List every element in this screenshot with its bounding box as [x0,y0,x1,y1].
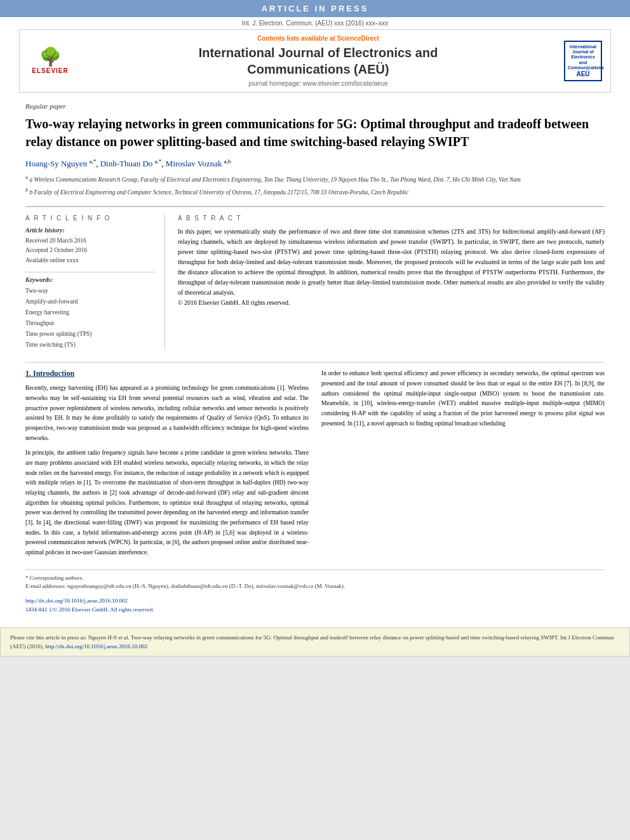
journal-homepage: journal homepage: www.elsevier.com/locat… [82,80,554,87]
article-title: Two-way relaying networks in green commu… [25,115,605,150]
citation-bar: Please cite this article in press as: Ng… [0,627,630,657]
author-do: Dinh-Thuan Do [100,159,153,168]
article-history-heading: Article history: [25,227,155,234]
doi-header-line: Int. J. Electron. Commun. (AEÜ) xxx (201… [0,17,630,29]
intro-paragraph-2: In principle, the ambient radio frequenc… [25,448,309,557]
keywords-list: Two-way Amplify-and-forward Energy harve… [25,286,155,351]
keyword-3: Energy harvesting [25,307,155,318]
body-section: 1. Introduction Recently, energy harvest… [25,362,605,563]
abstract-column: A B S T R A C T In this paper, we system… [178,215,605,350]
journal-center-info: Contents lists available at ScienceDirec… [82,35,554,87]
authors-line: Hoang-Sy Nguyen a,*, Dinh-Thuan Do a,*, … [25,158,605,169]
keyword-5: Time power splitting (TPS) [25,329,155,340]
keyword-2: Amplify-and-forward [25,297,155,307]
doi-link[interactable]: http://dx.doi.org/10.1016/j.aeue.2016.10… [25,596,605,605]
doi-bottom: http://dx.doi.org/10.1016/j.aeue.2016.10… [25,596,605,615]
citation-doi-link[interactable]: http://dx.doi.org/10.1016/j.aeue.2016.10… [45,643,147,650]
corresponding-footnote: * Corresponding authors. [25,574,605,583]
article-info-column: A R T I C L E I N F O Article history: R… [25,215,165,350]
article-history-dates: Received 20 March 2016 Accepted 2 Octobe… [25,236,155,265]
affiliation-b: b b Faculty of Electrical Engineering an… [25,187,605,197]
sciencedirect-line: Contents lists available at ScienceDirec… [82,35,554,42]
article-info-abstract-section: A R T I C L E I N F O Article history: R… [25,206,605,350]
author-nguyen: Hoang-Sy Nguyen [25,159,87,168]
journal-title: International Journal of Electronics and… [82,44,554,77]
aeu-logo-title: International Journal of Electronics and… [568,44,598,71]
sciencedirect-link[interactable]: ScienceDirect [337,35,379,42]
abstract-text: In this paper, we systematically study t… [178,227,605,298]
footnotes-area: * Corresponding authors. E-mail addresse… [25,570,605,591]
aeu-logo-box: International Journal of Electronics and… [564,41,602,82]
intro-paragraph-3: In order to enhance both spectral effici… [321,369,605,429]
issn-line: 1434-841 1/© 2016 Elsevier GmbH. All rig… [25,605,605,614]
elsevier-tree-icon: 🌳 [39,48,62,66]
keyword-4: Throughput [25,318,155,329]
intro-section-title: 1. Introduction [25,369,309,378]
keyword-1: Two-way [25,286,155,297]
article-category: Regular paper [25,102,605,110]
abstract-heading: A B S T R A C T [178,215,605,222]
elsevier-logo: 🌳 ELSEVIER [25,48,76,74]
body-right-col: In order to enhance both spectral effici… [321,369,605,563]
article-in-press-banner: ARTICLE IN PRESS [0,0,630,17]
intro-paragraph-1: Recently, energy harvesting (EH) has app… [25,383,309,443]
journal-header: 🌳 ELSEVIER Contents lists available at S… [19,29,611,93]
main-content: Regular paper Two-way relaying networks … [0,93,630,627]
affiliation-a: a a Wireless Communications Research Gro… [25,174,605,184]
aeu-logo-abbr: AEÜ [568,70,598,77]
body-left-col: 1. Introduction Recently, energy harvest… [25,369,309,563]
copyright-line: © 2016 Elsevier GmbH. All rights reserve… [178,298,605,308]
article-info-heading: A R T I C L E I N F O [25,215,155,222]
author-voznak: Miroslav Voznak [166,159,222,168]
keyword-6: Time switching (TS) [25,340,155,350]
elsevier-label: ELSEVIER [32,67,68,74]
email-footnote: E-mail addresses: nguyenhoangsy@tdt.edu.… [25,582,605,591]
journal-logo-right: International Journal of Electronics and… [561,41,605,82]
keywords-heading: Keywords: [25,276,155,283]
